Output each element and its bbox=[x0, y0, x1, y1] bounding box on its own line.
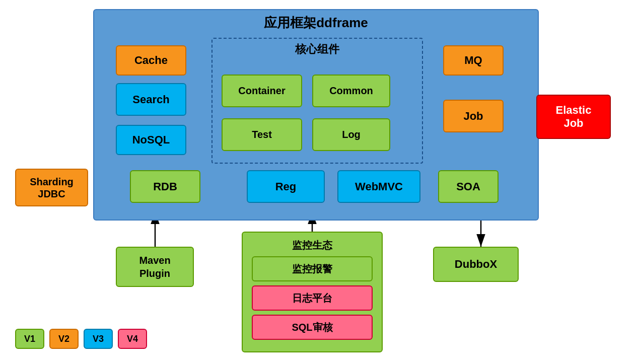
log-platform-box: 日志平台 bbox=[252, 285, 373, 311]
dubbox-box: DubboX bbox=[433, 247, 519, 282]
common-box: Common bbox=[312, 75, 390, 107]
rdb-box: RDB bbox=[130, 170, 200, 203]
webmvc-box: WebMVC bbox=[337, 170, 420, 203]
monitor-alarm-box: 监控报警 bbox=[252, 256, 373, 281]
monitor-title: 监控生态 bbox=[248, 239, 377, 252]
maven-plugin-box: Maven Plugin bbox=[116, 247, 194, 287]
container-box: Container bbox=[222, 75, 302, 107]
v2-badge: V2 bbox=[49, 329, 79, 349]
log-box: Log bbox=[312, 118, 390, 151]
test-box: Test bbox=[222, 118, 302, 151]
sql-audit-box: SQL审核 bbox=[252, 315, 373, 340]
elastic-job-box: Elastic Job bbox=[536, 95, 611, 139]
v3-badge: V3 bbox=[84, 329, 113, 349]
v4-badge: V4 bbox=[118, 329, 147, 349]
nosql-box: NoSQL bbox=[116, 125, 186, 155]
sharding-jdbc-box: Sharding JDBC bbox=[15, 169, 88, 206]
main-frame-title: 应用框架ddframe bbox=[94, 10, 538, 32]
reg-box: Reg bbox=[247, 170, 325, 203]
soa-box: SOA bbox=[438, 170, 499, 203]
diagram-root: 应用框架ddframe 核心组件 Cache Search NoSQL MQ J… bbox=[0, 0, 637, 364]
cache-box: Cache bbox=[116, 45, 186, 76]
job-box: Job bbox=[443, 100, 504, 132]
version-badges: V1 V2 V3 V4 bbox=[15, 329, 147, 349]
search-box: Search bbox=[116, 83, 186, 116]
monitor-outer-box: 监控生态 监控报警 日志平台 SQL审核 bbox=[242, 232, 383, 352]
v1-badge: V1 bbox=[15, 329, 44, 349]
mq-box: MQ bbox=[443, 45, 504, 76]
core-box-title: 核心组件 bbox=[213, 39, 422, 57]
